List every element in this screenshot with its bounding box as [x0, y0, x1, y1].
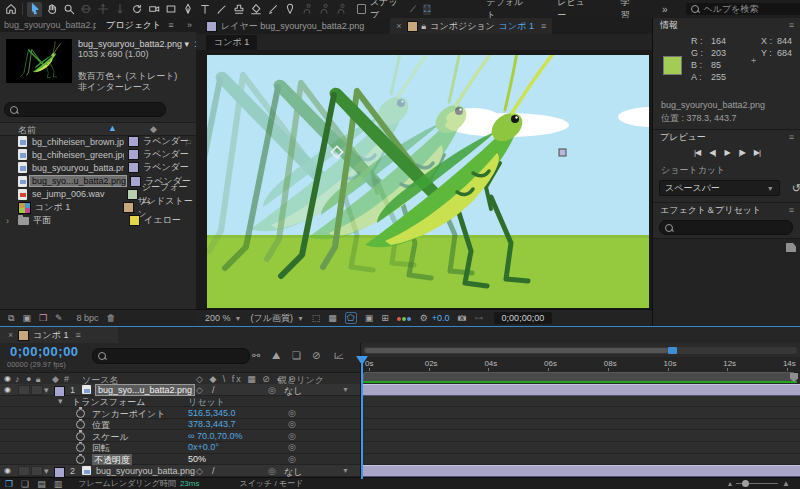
- label-name[interactable]: ラベンダー: [143, 135, 189, 148]
- shy-icon[interactable]: ◇: [196, 385, 203, 395]
- panel-menu-icon[interactable]: ≡: [789, 205, 794, 215]
- list-item[interactable]: bug_syouryou_batta.pngラベンダー: [0, 161, 196, 174]
- expand-render-icon[interactable]: ▤: [37, 479, 46, 489]
- quality-icon[interactable]: /: [212, 385, 215, 395]
- stopwatch-icon[interactable]: [76, 420, 85, 429]
- composition-flowchart-icon[interactable]: ⚯: [252, 350, 260, 361]
- panel-menu-icon[interactable]: ≡: [541, 21, 546, 31]
- viewer-timecode[interactable]: 0;00;00;00: [494, 312, 553, 324]
- switch-mode-button[interactable]: スイッチ / モード: [239, 478, 303, 489]
- zoom-slider-knob[interactable]: [742, 480, 749, 487]
- keyframe-nav-icon[interactable]: ◎: [288, 431, 296, 441]
- hand-tool[interactable]: [44, 2, 59, 17]
- preview-panel-header[interactable]: プレビュー ≡: [653, 129, 800, 144]
- snapshot-camera-icon[interactable]: 📷︎: [458, 313, 467, 323]
- quality-icon[interactable]: /: [212, 466, 215, 476]
- parent-pickwhip-icon[interactable]: ◎: [268, 466, 276, 476]
- keyframe-nav-icon[interactable]: ◎: [288, 454, 296, 464]
- list-item[interactable]: コンポ 1サンドストーン: [0, 201, 196, 214]
- transparency-grid-icon[interactable]: ▦: [328, 313, 337, 323]
- property-row[interactable]: 不透明度50%◎: [0, 454, 360, 466]
- layer-viewer-tab[interactable]: レイヤー bug_syouryou_batta2.png: [221, 20, 364, 33]
- audio-toggle[interactable]: [18, 466, 30, 476]
- expand-transfer-controls-icon[interactable]: ❐: [5, 479, 13, 489]
- rectangle-tool[interactable]: [163, 2, 178, 17]
- label-color-chip[interactable]: [128, 162, 139, 173]
- channel-icon[interactable]: [397, 313, 412, 323]
- twirl-arrow-icon[interactable]: ▾: [58, 396, 63, 406]
- stopwatch-icon[interactable]: [76, 455, 85, 464]
- composition-canvas[interactable]: [207, 55, 649, 308]
- current-timecode[interactable]: 0;00;00;00: [10, 344, 79, 359]
- graph-editor-icon[interactable]: 📈︎: [334, 350, 344, 361]
- panel-menu-icon[interactable]: ≡: [168, 20, 173, 30]
- eye-icon[interactable]: ◉: [4, 466, 11, 475]
- camera-orbit-tool[interactable]: [78, 2, 93, 17]
- expand-inout-icon[interactable]: ❏: [21, 479, 29, 489]
- timeline-search-input[interactable]: [92, 348, 250, 364]
- panel-menu-icon[interactable]: ≡: [789, 132, 794, 142]
- clone-stamp-tool[interactable]: [231, 2, 246, 17]
- quality-select[interactable]: (フル画質)▼: [250, 312, 303, 325]
- color-settings-icon[interactable]: ✎: [55, 313, 63, 323]
- twirl-arrow-icon[interactable]: ▾: [44, 385, 49, 395]
- pen-tool[interactable]: [180, 2, 195, 17]
- stopwatch-icon[interactable]: [76, 443, 85, 452]
- scrollbar-handle[interactable]: [668, 347, 677, 354]
- zoom-tool[interactable]: [61, 2, 76, 17]
- audio-column-icon[interactable]: ♪: [15, 374, 20, 384]
- breadcrumb[interactable]: コンポ 1: [206, 35, 257, 50]
- timeline-zoom-slider[interactable]: ▴▲: [728, 479, 790, 488]
- composition-viewer-tab[interactable]: × 🔒︎ コンポジション コンポ 1 ≡: [390, 18, 552, 34]
- project-tab[interactable]: プロジェクト: [106, 19, 161, 32]
- selection-tool[interactable]: [27, 2, 42, 17]
- help-search-input[interactable]: ヘルプを検索: [686, 3, 800, 15]
- resolution-icon[interactable]: ⚙︎: [420, 313, 428, 323]
- flowchart-mini-icon[interactable]: ⚐: [184, 138, 192, 148]
- draft-3d-icon[interactable]: ⛰︎: [272, 350, 280, 362]
- label-column-icon[interactable]: ◆: [150, 124, 157, 134]
- snap-checkbox-icon[interactable]: [357, 4, 366, 14]
- region-of-interest-icon[interactable]: ▣: [365, 313, 374, 323]
- eye-icon[interactable]: ◉: [4, 385, 11, 394]
- camera-pan-tool[interactable]: [95, 2, 110, 17]
- panel-menu-icon[interactable]: ≡: [789, 20, 794, 30]
- time-ruler[interactable]: 0s02s04s06s08s10s12s14s: [361, 357, 800, 373]
- sort-ascending-icon[interactable]: ▲: [108, 123, 117, 133]
- label-color-chip[interactable]: [123, 202, 134, 213]
- item-name[interactable]: 平面: [33, 214, 125, 227]
- puppet-pin-tool[interactable]: [282, 2, 297, 17]
- timeline-tab[interactable]: × コンポ 1 ≡: [0, 327, 118, 343]
- footage-peek-tab[interactable]: bug_syouryou_batta2.png: [4, 20, 96, 30]
- property-value[interactable]: ∞ 70.0,70.0%: [188, 431, 242, 441]
- property-value[interactable]: 378.3,443.7: [188, 419, 236, 429]
- playhead-handle[interactable]: [356, 356, 368, 365]
- new-folder-icon[interactable]: ▣: [22, 313, 31, 323]
- close-icon[interactable]: ×: [396, 21, 401, 31]
- trash-icon[interactable]: 🗑︎: [107, 313, 116, 323]
- new-preset-icon[interactable]: [786, 243, 796, 252]
- property-row[interactable]: 回転0x+0.0°◎: [0, 442, 360, 454]
- guides-icon[interactable]: ⊞: [381, 313, 389, 323]
- audio-toggle[interactable]: [18, 385, 30, 395]
- home-tool[interactable]: [3, 2, 18, 17]
- view-options-icon[interactable]: ⬚: [312, 313, 321, 323]
- layer-duration-bar[interactable]: [361, 384, 800, 396]
- eraser-tool[interactable]: [248, 2, 263, 17]
- play-button[interactable]: ▶: [724, 148, 729, 157]
- next-frame-button[interactable]: |▶: [739, 148, 745, 157]
- effects-panel-header[interactable]: エフェクト＆プリセット ≡: [653, 202, 800, 217]
- mask-visibility-icon[interactable]: ⬠: [345, 312, 357, 324]
- property-row[interactable]: 位置378.3,443.7◎: [0, 419, 360, 431]
- label-color-chip[interactable]: [129, 215, 140, 226]
- property-row[interactable]: スケール∞ 70.0,70.0%◎: [0, 430, 360, 442]
- exposure-value[interactable]: +0.0: [432, 313, 450, 323]
- close-icon[interactable]: ×: [8, 330, 13, 340]
- workspace-overflow-button[interactable]: »: [662, 4, 668, 15]
- label-color-chip[interactable]: [128, 149, 139, 160]
- label-name[interactable]: ラベンダー: [143, 161, 189, 174]
- property-value[interactable]: 0x+0.0°: [188, 442, 219, 452]
- new-composition-icon[interactable]: ❒: [39, 313, 47, 323]
- solo-column-icon[interactable]: ●: [26, 374, 31, 384]
- parent-pickwhip-icon[interactable]: ◎: [268, 385, 276, 395]
